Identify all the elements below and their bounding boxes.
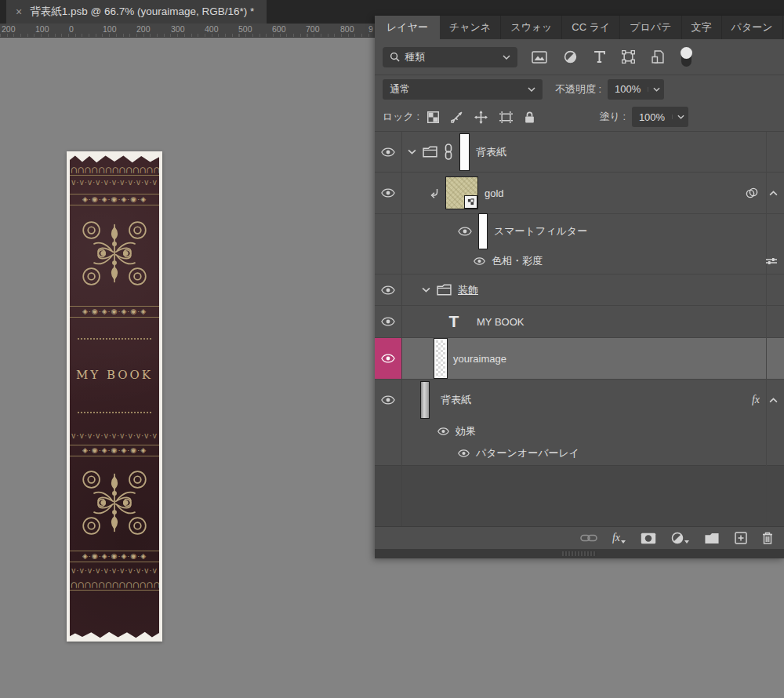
tab-properties[interactable]: プロパテ [620,16,681,39]
visibility-eye-icon[interactable] [458,449,470,457]
lock-pixels-brush-icon[interactable] [451,111,463,123]
layer-name[interactable]: スマートフィルター [494,224,587,238]
collapse-chevron-icon[interactable] [769,191,778,196]
add-layer-mask-icon[interactable] [641,533,656,544]
new-group-folder-icon[interactable] [704,533,720,544]
type-layer-icon[interactable]: T [444,312,464,331]
tab-swatches[interactable]: スウォッ [501,16,562,39]
lock-label: ロック : [383,110,419,124]
visibility-eye-icon[interactable] [458,227,472,236]
smart-filter-name[interactable]: 色相・彩度 [492,254,543,268]
book-spine-image: ∩∩∩∩∩∩∩∩∩∩∩∩∩∩ v·v·v·v·v·v·v·v·v·v·v ◈·◉… [67,151,162,642]
layer-thumbnail[interactable] [459,133,470,171]
filter-toggle-switch[interactable] [681,47,692,67]
smart-filter-badge-icon[interactable] [744,187,760,198]
ruler-label: 400 [205,24,219,34]
fill-label: 塗り : [599,110,626,124]
ruler-label: 0 [69,24,74,34]
layer-name[interactable]: 背表紙 [476,145,506,159]
layer-row-hue-saturation[interactable]: 色相・彩度 [375,249,784,274]
tab-layers[interactable]: レイヤー [375,16,440,39]
visibility-eye-icon[interactable] [381,285,395,295]
tab-patterns[interactable]: パターン [722,16,783,39]
layer-row-group-sehyoshi[interactable]: 背表紙 [375,132,784,173]
expand-chevron-icon[interactable] [408,149,416,155]
filter-type-select[interactable]: 種類 [383,47,517,67]
layers-panel-body: 種類 通常 [375,39,784,558]
lock-fill-row: ロック : 塗り : 100% [375,103,784,132]
fx-badge[interactable]: fx [752,394,760,406]
link-layers-icon[interactable] [580,533,597,543]
filter-settings-sliders-icon[interactable] [765,256,778,266]
type-layer-filter-icon[interactable] [593,51,605,63]
layer-row-smart-filter-mask[interactable]: スマートフィルター [375,214,784,249]
delete-layer-trash-icon[interactable] [762,532,773,544]
ruler-label: 500 [238,24,252,34]
layer-thumbnail[interactable] [420,381,430,419]
layer-row-gold[interactable]: gold [375,173,784,214]
tab-cc-libraries[interactable]: CC ライ [562,16,620,39]
chevron-down-icon [503,55,510,60]
filter-kind-icons [532,47,692,67]
expand-chevron-icon[interactable] [422,287,430,293]
visibility-eye-icon[interactable] [381,317,395,326]
visibility-eye-icon[interactable] [381,395,395,405]
layer-name[interactable]: 背表紙 [441,393,471,407]
visibility-eye-icon[interactable] [381,188,395,198]
spine-ornate-band: ◈·◉·◈·◉·◈·◉·◈ [70,551,159,562]
pixel-layer-filter-icon[interactable] [532,51,547,64]
effects-label[interactable]: 効果 [456,424,476,438]
layer-name[interactable]: youraimage [453,353,506,365]
layer-name[interactable]: 装飾 [458,283,478,297]
ruler-label: 100 [103,24,117,34]
fill-input[interactable]: 100% [632,107,688,127]
collapse-chevron-icon[interactable] [769,398,778,403]
smart-object-filter-icon[interactable] [652,50,664,64]
tab-channels[interactable]: チャンネ [440,16,501,39]
filter-mask-thumbnail[interactable] [478,213,488,249]
lock-artboard-icon[interactable] [499,111,513,123]
layer-row-my-book[interactable]: T MY BOOK [375,306,784,338]
layer-name[interactable]: MY BOOK [477,316,524,328]
layer-list-empty-area[interactable] [375,465,784,526]
lock-position-icon[interactable] [474,111,488,124]
layer-thumbnail[interactable] [434,339,447,378]
blend-mode-select[interactable]: 通常 [383,79,543,100]
visibility-eye-icon[interactable] [474,257,485,265]
layer-row-group-soushoku[interactable]: 装飾 [375,274,784,306]
shape-layer-filter-icon[interactable] [622,50,635,64]
spine-ornate-band: ◈·◉·◈·◉·◈·◉·◈ [70,445,159,456]
add-layer-style-button[interactable]: fx [612,532,626,544]
panel-resize-handle[interactable] [375,549,784,558]
visibility-eye-icon[interactable] [381,147,395,157]
layer-row-youraimage[interactable]: youraimage [375,338,784,380]
lock-all-icon[interactable] [524,111,535,123]
smart-object-thumbnail[interactable] [445,176,478,209]
chevron-down-icon[interactable] [677,115,684,119]
folder-icon [437,284,452,296]
ruler-label: 200 [2,24,16,34]
folder-icon [423,146,437,158]
new-layer-icon[interactable] [735,532,747,544]
lock-transparency-icon[interactable] [427,111,439,123]
visibility-eye-icon[interactable] [437,427,449,435]
tab-character[interactable]: 文字 [682,16,722,39]
layer-row-pattern-overlay[interactable]: パターンオーバーレイ [375,442,784,465]
effect-name[interactable]: パターンオーバーレイ [476,446,579,460]
opacity-label: 不透明度 : [555,82,601,96]
close-icon[interactable]: × [16,6,22,17]
spine-ornate-band: ◈·◉·◈·◉·◈·◉·◈ [70,306,159,318]
document-tab[interactable]: × 背表紙1.psb @ 66.7% (youraimage, RGB/16*)… [6,0,267,24]
layer-row-effects[interactable]: 効果 [375,420,784,442]
spine-ornate-band: ◈·◉·◈·◉·◈·◉·◈ [70,194,159,205]
layer-filter-row: 種類 [375,39,784,75]
ruler-label: 800 [340,24,354,34]
add-adjustment-layer-button[interactable] [671,532,689,544]
opacity-value: 100% [608,83,648,95]
layer-name[interactable]: gold [485,187,504,199]
visibility-eye-icon[interactable] [381,354,395,363]
layer-row-sehyoshi-fx[interactable]: 背表紙 fx [375,380,784,420]
opacity-input[interactable]: 100% [608,79,664,100]
chevron-down-icon[interactable] [653,87,660,92]
adjustment-layer-filter-icon[interactable] [564,50,577,64]
